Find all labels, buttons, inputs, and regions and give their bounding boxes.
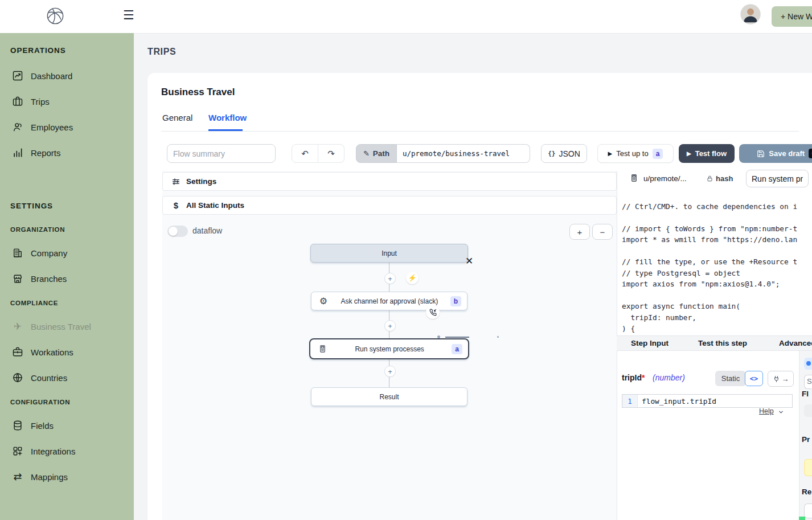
plus-icon: + — [577, 227, 583, 237]
braces-icon: {} — [548, 150, 555, 157]
save-draft-button[interactable]: Save draft Ctrl — [739, 144, 812, 163]
test-up-to-label: Test up to — [616, 149, 648, 158]
plus-icon: + — [388, 367, 392, 376]
sidebar-item-fields[interactable]: Fields — [0, 417, 134, 434]
add-step-button[interactable]: + — [384, 273, 396, 284]
plus-icon: + — [388, 322, 392, 330]
sidebar-item-integrations[interactable]: Integrations — [0, 443, 134, 460]
briefcase-icon — [11, 346, 24, 358]
step-id-badge: a — [452, 344, 462, 354]
flow-node-run-system-processes[interactable]: Run system processes a — [309, 338, 469, 359]
flow-node-ask-approval[interactable]: ⚙ Ask channel for approval (slack) b — [311, 292, 467, 310]
dashboard-icon — [11, 69, 24, 82]
flow-node-input[interactable]: Input — [310, 244, 468, 263]
step-id-badge: b — [450, 296, 461, 306]
flow-settings-row[interactable]: Settings — [162, 172, 617, 191]
search-input-fragment[interactable]: S — [804, 375, 812, 389]
add-step-button[interactable]: + — [384, 320, 396, 331]
zoom-out-button[interactable]: − — [592, 224, 613, 240]
sidebar-item-reports[interactable]: Reports — [0, 144, 134, 161]
active-tab-underline — [208, 129, 243, 131]
sidebar-item-company[interactable]: Company — [0, 244, 134, 261]
path-button[interactable]: ✎ Path — [356, 144, 397, 163]
undo-redo-group: ↶ ↷ — [292, 144, 345, 163]
json-button[interactable]: {} JSON — [541, 144, 587, 163]
sidebar-item-mappings[interactable]: ⇄ Mappings — [0, 468, 134, 485]
selection-handle-dot — [497, 336, 499, 338]
plug-icon — [773, 375, 780, 383]
sidebar-item-workations[interactable]: Workations — [0, 343, 134, 361]
preview-section-label: Pr — [802, 435, 810, 444]
sidebar-item-branches[interactable]: Branches — [0, 270, 134, 287]
user-avatar[interactable] — [740, 4, 761, 24]
test-up-to-button[interactable]: ▶ Test up to a — [597, 144, 674, 163]
path-group: ✎ Path — [356, 144, 530, 163]
app-logo-icon — [44, 5, 66, 27]
sidebar-item-label: Countries — [31, 373, 67, 383]
sidebar-item-label: Company — [31, 248, 67, 258]
expression-editor[interactable]: 1 flow_input.tripId — [622, 394, 793, 408]
all-static-inputs-row[interactable]: $ All Static Inputs — [162, 196, 617, 215]
arrows-swap-icon: ⇄ — [11, 470, 24, 483]
trigger-lightning-icon[interactable]: ⚡ — [406, 272, 419, 284]
hamburger-menu-icon[interactable]: ☰ — [123, 8, 134, 23]
field-name: tripId* — [622, 373, 645, 382]
zoom-in-button[interactable]: + — [569, 224, 590, 240]
pill-fragment[interactable] — [804, 404, 812, 417]
help-link[interactable]: Help — [759, 407, 774, 415]
flow-node-result[interactable]: Result — [311, 387, 467, 406]
step-summary-input[interactable] — [746, 170, 809, 187]
static-toggle[interactable]: Static — [715, 371, 746, 386]
sidebar-item-label: Branches — [31, 274, 67, 284]
undo-button[interactable]: ↶ — [292, 144, 318, 163]
sidebar-item-trips[interactable]: Trips — [0, 93, 134, 110]
sidebar-item-business-travel[interactable]: ✈ Business Travel — [0, 318, 134, 335]
tab-step-input[interactable]: Step Input — [631, 339, 669, 347]
system-step-icon — [317, 345, 327, 353]
pencil-icon: ✎ — [363, 149, 370, 158]
code-brackets-icon: <> — [750, 375, 758, 383]
path-input[interactable] — [397, 144, 530, 163]
script-path-short[interactable]: u/premote/... — [643, 174, 687, 183]
path-button-label: Path — [373, 149, 389, 158]
database-icon — [11, 419, 24, 432]
close-icon[interactable]: ✕ — [465, 255, 473, 267]
tab-advanced[interactable]: Advanced — [779, 339, 812, 347]
connect-input-button[interactable]: → — [768, 371, 794, 387]
code-editor[interactable]: // Ctrl/CMD+. to cache dependencies on i… — [622, 201, 810, 346]
tab-test-this-step[interactable]: Test this step — [698, 339, 747, 347]
new-workflow-button[interactable]: + New Wor — [772, 6, 812, 27]
sidebar-item-employees[interactable]: Employees — [0, 118, 134, 136]
sidebar-heading-operations: OPERATIONS — [10, 46, 66, 55]
selection-handle-dot — [437, 335, 440, 338]
sidebar-item-label: Mappings — [31, 472, 68, 482]
dataflow-toggle[interactable] — [167, 226, 188, 237]
sidebar-item-label: Employees — [31, 122, 73, 132]
chevron-down-icon[interactable] — [778, 409, 784, 415]
redo-button[interactable]: ↷ — [318, 144, 345, 163]
flow-settings-label: Settings — [186, 177, 216, 186]
tab-workflow[interactable]: Workflow — [208, 113, 247, 122]
redo-icon: ↷ — [327, 149, 335, 159]
bar-chart-icon — [11, 146, 24, 159]
phone-incoming-icon[interactable] — [426, 305, 440, 319]
blue-dot — [806, 361, 811, 366]
minus-icon: − — [600, 227, 605, 237]
sidebar-item-countries[interactable]: Countries — [0, 369, 134, 386]
save-icon — [757, 150, 765, 158]
play-icon: ▶ — [687, 150, 691, 157]
success-indicator-fragment — [799, 517, 805, 520]
back-pill-fragment[interactable] — [804, 358, 812, 370]
test-flow-button[interactable]: ▶ Test flow — [679, 144, 735, 163]
warning-pill-fragment — [804, 459, 812, 476]
sidebar-subheading-organization: ORGANIZATION — [10, 226, 65, 233]
flow-summary-input[interactable] — [167, 144, 276, 163]
sidebar-item-dashboard[interactable]: Dashboard — [0, 67, 134, 84]
add-step-button[interactable]: + — [384, 366, 396, 377]
hash-label[interactable]: hash — [716, 174, 733, 183]
code-mode-toggle[interactable]: <> — [745, 371, 763, 386]
play-icon: ▶ — [608, 150, 613, 157]
top-bar — [0, 0, 812, 34]
all-static-inputs-label: All Static Inputs — [186, 201, 244, 210]
tab-general[interactable]: General — [162, 113, 192, 122]
